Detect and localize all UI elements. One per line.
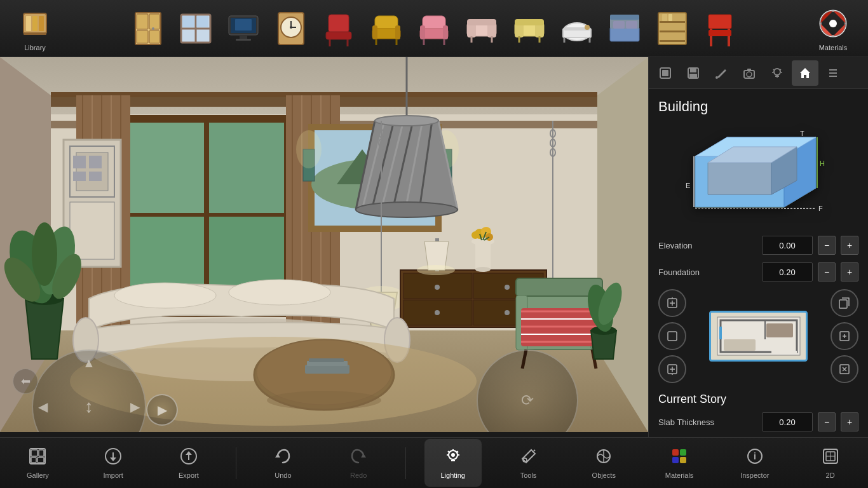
foundation-label: Foundation [658, 268, 757, 277]
svg-marker-281 [361, 454, 366, 458]
top-toolbar: Library [0, 0, 868, 57]
furniture-dining-chair[interactable] [698, 10, 742, 48]
slab-minus-btn[interactable]: − [818, 412, 836, 431]
floor-plan-thumbnail[interactable] [709, 311, 808, 362]
furniture-chair-red[interactable] [316, 10, 361, 48]
import-button[interactable]: Import [85, 439, 142, 487]
library-button[interactable]: Library [6, 1, 64, 55]
select-floor-btn[interactable] [658, 322, 686, 350]
svg-marker-279 [186, 451, 192, 455]
inspector-button[interactable]: i Inspector [726, 439, 783, 487]
furniture-bathtub[interactable] [555, 10, 599, 48]
svg-rect-295 [672, 449, 679, 456]
export-button[interactable]: Export [160, 439, 217, 487]
lighting-button[interactable]: Lighting [424, 439, 482, 487]
svg-rect-69 [662, 14, 667, 21]
elevation-input[interactable] [762, 236, 813, 255]
furniture-sofa-beige[interactable] [459, 10, 504, 48]
svg-text:T: T [800, 130, 804, 137]
paste-floor-btn[interactable] [831, 322, 858, 350]
tab-save[interactable] [680, 60, 707, 86]
foundation-input[interactable] [762, 262, 813, 281]
furniture-window[interactable] [173, 10, 218, 48]
furniture-armchair-pink[interactable] [412, 10, 456, 48]
materials-button[interactable]: Materials [804, 1, 862, 55]
slab-thickness-row: Slab Thickness − + [658, 412, 858, 431]
svg-point-179 [229, 280, 330, 305]
export-icon [180, 447, 198, 469]
nav-rotate-circle[interactable]: ↕ ▲ ▼ ◀ ▶ [32, 349, 146, 432]
materials-bottom-label: Materials [665, 471, 694, 479]
tab-paint[interactable] [708, 60, 735, 86]
svg-rect-66 [660, 21, 685, 23]
svg-rect-7 [149, 14, 159, 29]
svg-rect-32 [372, 25, 377, 39]
tab-camera[interactable] [736, 60, 763, 86]
furniture-sofa-yellow[interactable] [507, 10, 552, 48]
slab-plus-btn[interactable]: + [841, 412, 858, 431]
svg-point-164 [417, 265, 455, 275]
2d-button[interactable]: 2D [802, 439, 859, 487]
elevation-label: Elevation [658, 241, 757, 250]
svg-rect-60 [610, 27, 639, 41]
undo-label: Undo [275, 471, 291, 479]
redo-icon [349, 447, 367, 469]
panel-title: Building [658, 98, 858, 115]
svg-rect-62 [610, 15, 639, 20]
bottom-toolbar: Gallery Import Export Undo Redo Light [0, 437, 868, 488]
objects-button[interactable]: Objects [575, 439, 632, 487]
svg-line-291 [534, 450, 535, 451]
svg-point-76 [829, 20, 837, 27]
svg-rect-73 [709, 15, 731, 29]
right-panel: Building [648, 57, 868, 488]
svg-point-139 [375, 116, 438, 126]
slab-thickness-input[interactable] [762, 412, 813, 431]
svg-rect-296 [680, 449, 686, 456]
redo-button[interactable]: Redo [330, 439, 387, 487]
svg-rect-213 [690, 68, 696, 72]
foundation-minus-btn[interactable]: − [818, 262, 836, 281]
gallery-button[interactable]: Gallery [9, 439, 66, 487]
svg-rect-91 [127, 121, 207, 215]
delete-floor-btn[interactable] [831, 355, 858, 383]
foundation-plus-btn[interactable]: + [841, 262, 858, 281]
tab-list[interactable] [820, 60, 846, 86]
tools-button[interactable]: Tools [500, 439, 557, 487]
furniture-monitor[interactable] [221, 10, 266, 48]
svg-rect-70 [668, 14, 672, 21]
svg-rect-6 [137, 14, 148, 29]
svg-rect-262 [839, 300, 847, 308]
svg-rect-19 [236, 39, 251, 41]
elevation-plus-btn[interactable]: + [841, 236, 858, 255]
svg-rect-68 [660, 40, 685, 42]
nav-left-arrow[interactable]: ⬅ [13, 369, 38, 394]
svg-point-202 [32, 222, 57, 286]
furniture-armchair-yellow[interactable] [364, 10, 409, 48]
objects-icon [595, 447, 613, 469]
furniture-clock[interactable] [269, 10, 313, 48]
elevation-minus-btn[interactable]: − [818, 236, 836, 255]
svg-rect-92 [207, 121, 286, 215]
svg-rect-250 [668, 332, 677, 341]
svg-rect-3 [39, 16, 44, 31]
tab-light[interactable] [764, 60, 790, 86]
copy-floor-btn[interactable] [831, 289, 858, 317]
add-floor-below-btn[interactable] [658, 355, 686, 383]
furniture-bed[interactable] [602, 10, 647, 48]
svg-rect-218 [747, 69, 751, 71]
svg-marker-235 [708, 163, 771, 194]
svg-rect-9 [149, 30, 159, 43]
tab-home[interactable] [792, 60, 818, 86]
svg-point-126 [296, 130, 322, 168]
gallery-label: Gallery [27, 471, 49, 479]
svg-point-140 [356, 202, 458, 217]
tab-select[interactable] [652, 60, 679, 86]
nav-move-handle[interactable]: ▶ [146, 394, 178, 426]
furniture-door[interactable] [126, 10, 170, 48]
furniture-shelf[interactable] [650, 10, 695, 48]
svg-point-25 [290, 26, 292, 29]
add-floor-above-btn[interactable] [658, 289, 686, 317]
svg-marker-198 [25, 299, 64, 359]
undo-button[interactable]: Undo [254, 439, 311, 487]
materials-bottom-button[interactable]: Materials [651, 439, 708, 487]
